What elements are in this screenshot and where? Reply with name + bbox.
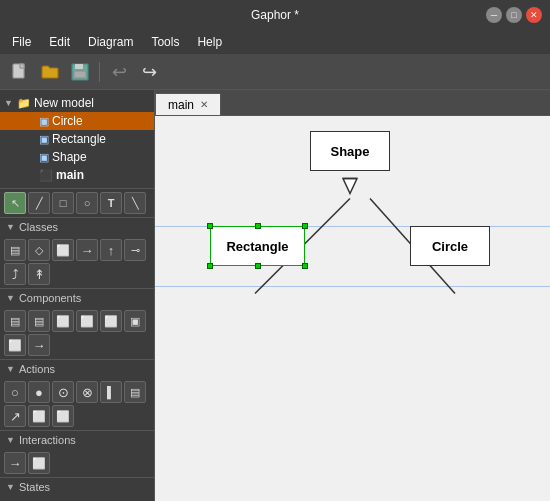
class-tool-2[interactable]: ◇: [28, 239, 50, 261]
new-button[interactable]: [6, 58, 34, 86]
tab-close-icon[interactable]: ✕: [200, 99, 208, 110]
act-tool-8[interactable]: ⬜: [28, 405, 50, 427]
handle-br[interactable]: [302, 263, 308, 269]
tree-toggle-root: ▼: [4, 98, 14, 108]
comp-tool-5[interactable]: ⬜: [100, 310, 122, 332]
general-tools-section: ↖ ╱ □ ○ T ╲: [0, 188, 154, 217]
main-tree-icon: ⬛: [39, 169, 53, 182]
states-section: ▼ States: [0, 477, 154, 496]
handle-tl[interactable]: [207, 223, 213, 229]
tree-item-shape[interactable]: ▣ Shape: [0, 148, 154, 166]
model-tree: ▼ 📁 New model ▣ Circle ▣ Rectangle ▣ Sha…: [0, 90, 154, 188]
minimize-button[interactable]: ─: [486, 7, 502, 23]
actions-header[interactable]: ▼ Actions: [0, 360, 154, 378]
title-bar: Gaphor * ─ □ ✕: [0, 0, 550, 30]
tree-item-main-label: main: [56, 168, 84, 182]
menu-diagram[interactable]: Diagram: [80, 33, 141, 51]
tab-main[interactable]: main ✕: [155, 93, 221, 115]
close-button[interactable]: ✕: [526, 7, 542, 23]
comp-tool-6[interactable]: ▣: [124, 310, 146, 332]
comp-tool-4[interactable]: ⬜: [76, 310, 98, 332]
pointer-tool[interactable]: ↖: [4, 192, 26, 214]
sidebar: ▼ 📁 New model ▣ Circle ▣ Rectangle ▣ Sha…: [0, 90, 155, 501]
rectangle-label: Rectangle: [226, 239, 288, 254]
classes-tools: ▤ ◇ ⬜ → ↑ ⊸ ⤴ ↟: [0, 236, 154, 288]
states-arrow: ▼: [6, 482, 15, 492]
interactions-label: Interactions: [19, 434, 76, 446]
interactions-arrow: ▼: [6, 435, 15, 445]
svg-rect-1: [20, 64, 24, 68]
menu-help[interactable]: Help: [189, 33, 230, 51]
tree-root-label: New model: [34, 96, 94, 110]
int-tool-1[interactable]: →: [4, 452, 26, 474]
components-section: ▼ Components ▤ ▤ ⬜ ⬜ ⬜ ▣ ⬜ →: [0, 288, 154, 359]
classes-header[interactable]: ▼ Classes: [0, 218, 154, 236]
states-header[interactable]: ▼ States: [0, 478, 154, 496]
components-arrow: ▼: [6, 293, 15, 303]
root-icon: 📁: [17, 97, 31, 110]
maximize-button[interactable]: □: [506, 7, 522, 23]
class-tool-7[interactable]: ⤴: [4, 263, 26, 285]
tree-item-circle[interactable]: ▣ Circle: [0, 112, 154, 130]
act-tool-2[interactable]: ●: [28, 381, 50, 403]
actions-tools: ○ ● ⊙ ⊗ ▌ ▤ ↗ ⬜ ⬜: [0, 378, 154, 430]
save-button[interactable]: [66, 58, 94, 86]
class-tool-4[interactable]: →: [76, 239, 98, 261]
act-tool-6[interactable]: ▤: [124, 381, 146, 403]
line-tool[interactable]: ╱: [28, 192, 50, 214]
components-tools: ▤ ▤ ⬜ ⬜ ⬜ ▣ ⬜ →: [0, 307, 154, 359]
tree-item-rectangle[interactable]: ▣ Rectangle: [0, 130, 154, 148]
act-tool-7[interactable]: ↗: [4, 405, 26, 427]
components-header[interactable]: ▼ Components: [0, 289, 154, 307]
handle-bl[interactable]: [207, 263, 213, 269]
handle-tm[interactable]: [255, 223, 261, 229]
comp-tool-3[interactable]: ⬜: [52, 310, 74, 332]
tree-root[interactable]: ▼ 📁 New model: [0, 94, 154, 112]
toolbar-sep-1: [99, 62, 100, 82]
act-tool-3[interactable]: ⊙: [52, 381, 74, 403]
circle-tool[interactable]: ○: [76, 192, 98, 214]
handle-tr[interactable]: [302, 223, 308, 229]
comp-tool-8[interactable]: →: [28, 334, 50, 356]
open-button[interactable]: [36, 58, 64, 86]
menu-edit[interactable]: Edit: [41, 33, 78, 51]
menu-file[interactable]: File: [4, 33, 39, 51]
shape-box[interactable]: Shape: [310, 131, 390, 171]
guide-line-2: [155, 286, 550, 287]
comp-tool-2[interactable]: ▤: [28, 310, 50, 332]
diagram-canvas[interactable]: Shape Rectangle Circle: [155, 116, 550, 501]
shape-label: Shape: [330, 144, 369, 159]
interactions-header[interactable]: ▼ Interactions: [0, 431, 154, 449]
act-tool-9[interactable]: ⬜: [52, 405, 74, 427]
class-tool-1[interactable]: ▤: [4, 239, 26, 261]
svg-marker-7: [343, 179, 357, 194]
rectangle-box[interactable]: Rectangle: [210, 226, 305, 266]
text-tool[interactable]: T: [100, 192, 122, 214]
act-tool-1[interactable]: ○: [4, 381, 26, 403]
tree-item-rectangle-label: Rectangle: [52, 132, 106, 146]
tree-item-shape-label: Shape: [52, 150, 87, 164]
rect-tool[interactable]: □: [52, 192, 74, 214]
act-tool-5[interactable]: ▌: [100, 381, 122, 403]
shape-tree-icon: ▣: [39, 151, 49, 164]
tree-item-circle-label: Circle: [52, 114, 83, 128]
canvas-tabs: main ✕: [155, 90, 550, 116]
handle-bm[interactable]: [255, 263, 261, 269]
menu-tools[interactable]: Tools: [143, 33, 187, 51]
undo-button[interactable]: ↩: [105, 58, 133, 86]
class-tool-8[interactable]: ↟: [28, 263, 50, 285]
comp-tool-1[interactable]: ▤: [4, 310, 26, 332]
canvas-area: main ✕ Shape: [155, 90, 550, 501]
window-controls: ─ □ ✕: [486, 7, 542, 23]
tree-item-main[interactable]: ⬛ main: [0, 166, 154, 184]
redo-button[interactable]: ↪: [135, 58, 163, 86]
class-tool-5[interactable]: ↑: [100, 239, 122, 261]
act-tool-4[interactable]: ⊗: [76, 381, 98, 403]
class-tool-6[interactable]: ⊸: [124, 239, 146, 261]
class-tool-3[interactable]: ⬜: [52, 239, 74, 261]
circle-box[interactable]: Circle: [410, 226, 490, 266]
tab-main-label: main: [168, 98, 194, 112]
comp-tool-7[interactable]: ⬜: [4, 334, 26, 356]
int-tool-2[interactable]: ⬜: [28, 452, 50, 474]
slash-tool[interactable]: ╲: [124, 192, 146, 214]
